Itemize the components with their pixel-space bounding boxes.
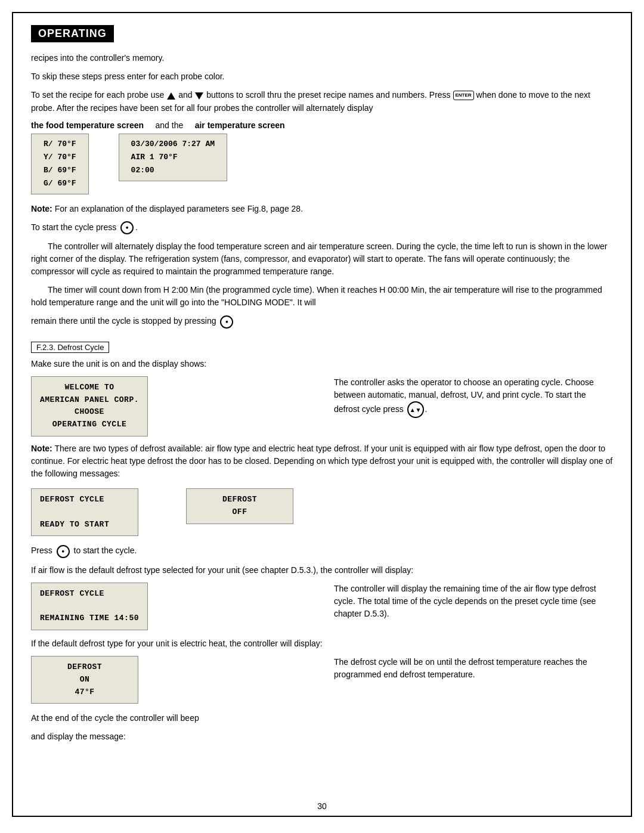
defrost-ready-screen: DEFROST CYCLE READY TO START <box>31 488 138 536</box>
triangle-down-icon <box>194 89 204 102</box>
section-f23-label: F.2.3. Defrost Cycle <box>31 342 109 353</box>
welcome-screen: WELCOME TO AMERICAN PANEL CORP. CHOOSE O… <box>31 376 148 436</box>
electric-text: If the default defrost type for your uni… <box>31 637 613 650</box>
displays-row: the food temperature screen and the air … <box>31 120 613 194</box>
scroll-instruction: To set the recipe for each probe use and… <box>31 89 613 114</box>
remain-line: remain there until the cycle is stopped … <box>31 315 613 328</box>
defrost-off-col: DEFROST OFF <box>186 488 293 524</box>
defrost-remaining-screen-col: DEFROST CYCLE REMAINING TIME 14:50 <box>31 583 310 630</box>
page-container: OPERATING recipes into the controller's … <box>12 12 632 817</box>
defrost-remaining-screen: DEFROST CYCLE REMAINING TIME 14:50 <box>31 583 148 630</box>
welcome-description: The controller asks the operator to choo… <box>334 376 613 418</box>
intro-line-1: recipes into the controller's memory. <box>31 52 613 64</box>
end-text-2: and display the message: <box>31 730 613 743</box>
food-temp-label-col: the food temperature screen and the air … <box>31 120 285 194</box>
food-temp-label: the food temperature screen <box>31 120 144 130</box>
defrost-on-screen-col: DEFROST ON 47°F <box>31 656 310 704</box>
page-number: 30 <box>317 801 327 811</box>
food-temp-screen: R/ 70°F Y/ 70°F B/ 69°F G/ 69°F <box>31 134 89 194</box>
welcome-screen-col: WELCOME TO AMERICAN PANEL CORP. CHOOSE O… <box>31 376 310 436</box>
start-button-icon: ● <box>120 221 134 234</box>
main-para-1: The controller will alternately display … <box>31 240 613 278</box>
defrost-ready-col: DEFROST CYCLE READY TO START <box>31 488 138 536</box>
note-2: Note: There are two types of defrost ava… <box>31 442 613 480</box>
main-para-2: The timer will count down from H 2:00 Mi… <box>31 284 613 309</box>
defrost-on-screen: DEFROST ON 47°F <box>31 656 138 704</box>
remaining-description-col: The controller will display the remainin… <box>334 583 613 626</box>
air-temp-screen: 03/30/2006 7:27 AM AIR 1 70°F 02:00 <box>119 134 227 181</box>
make-sure-text: Make sure the unit is on and the display… <box>31 358 613 370</box>
welcome-description-col: The controller asks the operator to choo… <box>334 376 613 424</box>
press-start-icon: ● <box>57 545 70 558</box>
enter-icon: ENTER <box>453 91 474 100</box>
triangle-up-icon <box>166 89 176 102</box>
start-cycle: To start the cycle press ● . <box>31 221 613 234</box>
press-start-line: Press ● to start the cycle. <box>31 544 613 558</box>
welcome-section: WELCOME TO AMERICAN PANEL CORP. CHOOSE O… <box>31 376 613 436</box>
note-1: Note: Note: For an explanation of the di… <box>31 203 613 215</box>
defrost-off-screen: DEFROST OFF <box>186 488 293 524</box>
electric-description-col: The defrost cycle will be on until the d… <box>334 656 613 687</box>
air-temp-label: air temperature screen <box>195 120 285 130</box>
and-the: and the <box>156 120 184 130</box>
arrows-icon: ▲▼ <box>407 401 424 418</box>
remaining-description: The controller will display the remainin… <box>334 583 613 620</box>
intro-line-2: To skip these steps press enter for each… <box>31 70 613 83</box>
air-flow-text: If air flow is the default defrost type … <box>31 564 613 577</box>
defrost-on-section: DEFROST ON 47°F The defrost cycle will b… <box>31 656 613 704</box>
electric-description: The defrost cycle will be on until the d… <box>334 656 613 681</box>
stop-button-icon: ● <box>220 315 233 329</box>
defrost-remaining-section: DEFROST CYCLE REMAINING TIME 14:50 The c… <box>31 583 613 630</box>
end-text-1: At the end of the cycle the controller w… <box>31 712 613 724</box>
defrost-messages-row: DEFROST CYCLE READY TO START DEFROST OFF <box>31 488 613 536</box>
page-header: OPERATING <box>31 25 114 42</box>
